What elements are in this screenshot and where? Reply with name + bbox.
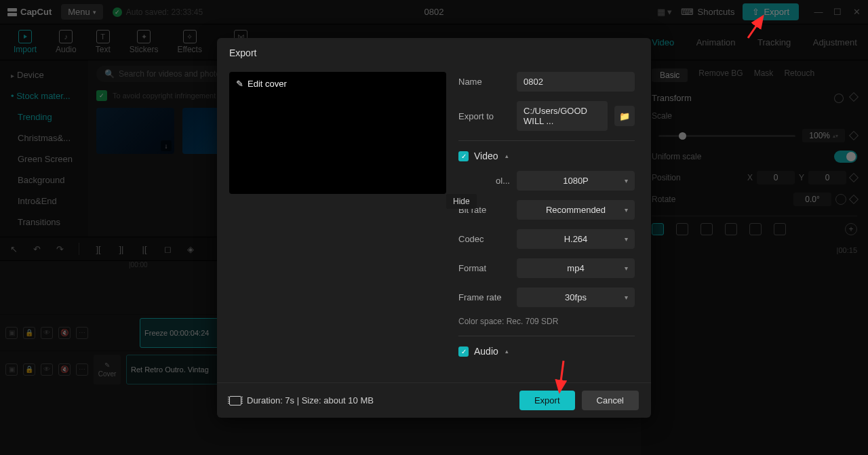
resolution-suffix: ol... <box>458 176 510 186</box>
edit-cover-button[interactable]: ✎ Edit cover <box>236 79 287 89</box>
video-section-label: Video <box>474 151 498 161</box>
folder-icon: 📁 <box>619 111 630 121</box>
video-checkbox[interactable]: ✓ <box>458 151 469 161</box>
pencil-icon: ✎ <box>236 79 243 89</box>
framerate-select[interactable]: 30fps <box>517 288 635 307</box>
bitrate-select[interactable]: Recommended <box>517 200 635 220</box>
collapse-icon[interactable]: ▴ <box>505 153 509 159</box>
export-preview: ✎ Edit cover <box>229 72 446 194</box>
format-label: Format <box>458 263 510 273</box>
export-confirm-button[interactable]: Export <box>519 391 575 410</box>
name-input[interactable]: 0802 <box>517 72 635 92</box>
codec-select[interactable]: H.264 <box>517 229 635 249</box>
export-info: Duration: 7s | Size: about 10 MB <box>229 395 374 405</box>
resolution-select[interactable]: 1080P <box>517 171 635 191</box>
cancel-button[interactable]: Cancel <box>582 391 639 410</box>
audio-checkbox[interactable]: ✓ <box>458 347 469 357</box>
colorspace-note: Color space: Rec. 709 SDR <box>458 317 635 326</box>
film-icon <box>229 396 241 405</box>
browse-folder-button[interactable]: 📁 <box>614 106 635 126</box>
hide-tooltip: Hide <box>446 194 477 209</box>
codec-label: Codec <box>458 234 510 244</box>
export-path: C:/Users/GOOD WILL ... <box>517 101 608 131</box>
name-label: Name <box>458 77 510 87</box>
audio-section-label: Audio <box>474 346 498 357</box>
framerate-label: Frame rate <box>458 292 510 302</box>
dialog-title: Export <box>217 38 651 65</box>
collapse-icon[interactable]: ▴ <box>505 348 509 355</box>
export-to-label: Export to <box>458 111 510 121</box>
export-dialog: Export ✎ Edit cover Name 0802 Export to … <box>217 38 651 418</box>
format-select[interactable]: mp4 <box>517 258 635 278</box>
